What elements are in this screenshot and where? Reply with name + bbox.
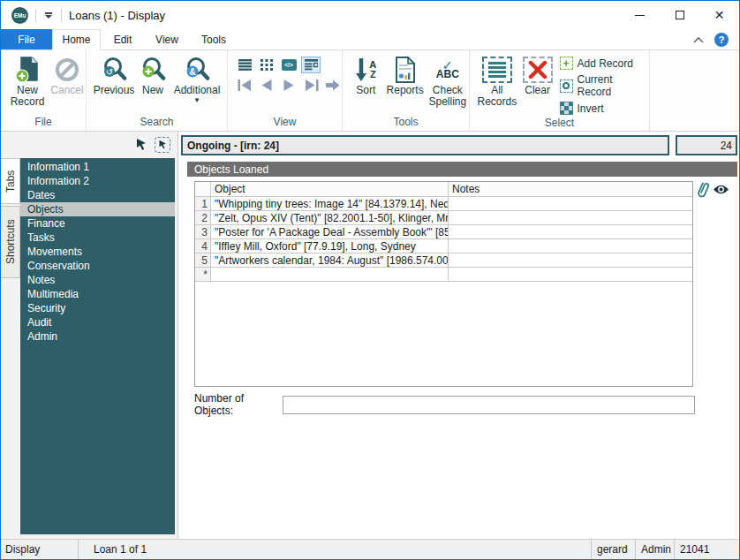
quick-access-dropdown-icon[interactable] — [43, 12, 54, 19]
table-row: 5 "Artworkers calendar, 1984: August" [1… — [195, 254, 692, 268]
select-add-record-button[interactable]: + Add Record — [560, 57, 649, 70]
abc-glyph: ABC — [436, 70, 459, 79]
objects-table: Object Notes 1 "Whipping tiny trees: Ima… — [194, 181, 693, 387]
number-of-objects-label: Number of Objects: — [194, 392, 283, 417]
emu-logo-icon: EMu — [11, 7, 28, 24]
sidebar-item-notes[interactable]: Notes — [20, 273, 175, 287]
close-button[interactable]: ✕ — [699, 1, 739, 29]
notes-cell[interactable] — [449, 211, 692, 225]
sidebar-item-finance[interactable]: Finance — [20, 216, 175, 231]
sidebar-item-information-1[interactable]: Information 1 — [20, 160, 175, 174]
search-additional-button[interactable]: & Additional ▾ — [170, 53, 224, 103]
sidebar-item-movements[interactable]: Movements — [20, 245, 175, 259]
object-cell[interactable]: "Whipping tiny trees: Image 14" [84.1379… — [211, 197, 449, 211]
number-of-objects-input[interactable] — [283, 396, 695, 414]
first-record-button[interactable] — [235, 77, 254, 94]
sort-label: Sort — [356, 85, 375, 96]
tab-edit[interactable]: Edit — [101, 29, 145, 49]
notes-cell[interactable] — [449, 268, 692, 282]
tab-tools[interactable]: Tools — [189, 29, 238, 49]
status-user: gerard — [591, 540, 635, 559]
side-tab-strip: Tabs Shortcuts — [1, 158, 20, 539]
emu-window: EMu Loans (1) - Display ✕ File Home Edit… — [0, 0, 740, 560]
table-row: 3 "Poster for 'A Package Deal - Assembly… — [195, 225, 692, 239]
cursor-icon[interactable] — [135, 138, 148, 152]
object-cell[interactable]: "Zelt, Opus XIV (Tent)" [82.2001.1-50], … — [211, 211, 449, 225]
cancel-button[interactable]: Cancel — [49, 53, 86, 96]
titlebar-separator — [61, 9, 62, 22]
ribbon-tab-row: File Home Edit View Tools ? — [1, 29, 739, 50]
previous-record-icon — [261, 79, 273, 91]
tab-home[interactable]: Home — [52, 29, 101, 50]
sidebar-item-tasks[interactable]: Tasks — [20, 231, 175, 245]
notes-cell[interactable] — [449, 254, 692, 268]
sidebar-item-dates[interactable]: Dates — [20, 188, 175, 202]
next-record-button[interactable] — [279, 77, 298, 94]
sidebar-item-multimedia[interactable]: Multimedia — [20, 287, 175, 301]
next-record-icon — [283, 79, 295, 91]
check-spelling-button[interactable]: ✓ ABC Check Spelling — [427, 53, 469, 108]
help-icon[interactable]: ? — [714, 33, 729, 47]
view-attachments-eye-icon[interactable] — [713, 184, 729, 195]
group-label-view: View — [228, 114, 342, 131]
code-view-button[interactable]: </> — [279, 57, 298, 73]
previous-record-button[interactable] — [257, 77, 276, 94]
notes-column-header[interactable]: Notes — [449, 182, 692, 197]
search-new-button[interactable]: New — [136, 53, 170, 96]
sort-z-glyph: Z — [369, 70, 376, 79]
grid-view-button[interactable] — [257, 57, 276, 73]
row-number: 5 — [195, 254, 211, 268]
sidebar-item-audit[interactable]: Audit — [20, 315, 175, 329]
sidebar-item-information-2[interactable]: Information 2 — [20, 174, 175, 188]
sidebar-item-admin[interactable]: Admin — [20, 329, 175, 344]
minimize-icon — [635, 15, 645, 16]
object-cell[interactable]: "Artworkers calendar, 1984: August" [198… — [211, 254, 449, 268]
all-records-button[interactable]: All Records — [475, 53, 519, 108]
ribbon-group-view: </> — [228, 50, 343, 131]
form-view-button[interactable] — [301, 57, 321, 73]
collapse-ribbon-icon[interactable] — [693, 36, 704, 43]
list-view-button[interactable] — [235, 57, 254, 73]
object-cell[interactable]: "Iffley Mill, Oxford" [77.9.19], Long, S… — [211, 239, 449, 254]
group-label-tools: Tools — [343, 114, 469, 131]
notes-cell[interactable] — [449, 239, 692, 254]
side-tab-tabs[interactable]: Tabs — [1, 158, 20, 204]
row-number: 4 — [195, 239, 211, 254]
table-row: 2 "Zelt, Opus XIV (Tent)" [82.2001.1-50]… — [195, 211, 692, 225]
goto-record-button[interactable] — [323, 77, 343, 94]
object-cell[interactable] — [211, 268, 449, 282]
search-previous-button[interactable]: ↺ Previous — [92, 53, 136, 96]
notes-cell[interactable] — [449, 197, 692, 211]
notes-cell[interactable] — [449, 225, 692, 239]
sidebar-item-security[interactable]: Security — [20, 301, 175, 315]
select-add-record-icon: + — [560, 57, 573, 70]
number-of-objects-field: Number of Objects: — [194, 392, 739, 417]
tab-view[interactable]: View — [145, 29, 189, 49]
object-column-header[interactable]: Object — [211, 182, 449, 197]
last-record-button[interactable] — [301, 77, 321, 94]
sidebar-item-objects[interactable]: Objects — [20, 202, 175, 216]
maximize-icon — [676, 11, 684, 19]
clear-selection-button[interactable]: Clear — [519, 53, 556, 96]
select-current-record-button[interactable]: Current Record — [560, 73, 649, 98]
select-current-record-icon — [560, 79, 573, 93]
select-invert-button[interactable]: Invert — [560, 102, 649, 115]
tab-file[interactable]: File — [1, 29, 52, 49]
sort-button[interactable]: AZ Sort — [348, 53, 384, 96]
svg-text:&: & — [189, 67, 195, 77]
side-tab-shortcuts[interactable]: Shortcuts — [1, 206, 20, 278]
select-mode-icon[interactable] — [155, 137, 170, 153]
reports-button[interactable]: Reports — [384, 53, 427, 96]
object-cell[interactable]: "Poster for 'A Package Deal - Assembly B… — [211, 225, 449, 239]
titlebar-separator — [35, 9, 36, 22]
ribbon: New Record Cancel File — [1, 50, 739, 132]
new-record-button[interactable]: New Record — [6, 53, 49, 108]
minimize-button[interactable] — [620, 1, 660, 29]
select-invert-label: Invert — [578, 102, 604, 115]
maximize-button[interactable] — [660, 1, 699, 29]
clear-selection-icon — [523, 55, 553, 85]
sidebar-item-conservation[interactable]: Conservation — [20, 259, 175, 273]
row-number-header — [195, 182, 211, 197]
attachment-icon[interactable] — [692, 178, 713, 201]
check-spelling-label: Check Spelling — [427, 85, 469, 108]
